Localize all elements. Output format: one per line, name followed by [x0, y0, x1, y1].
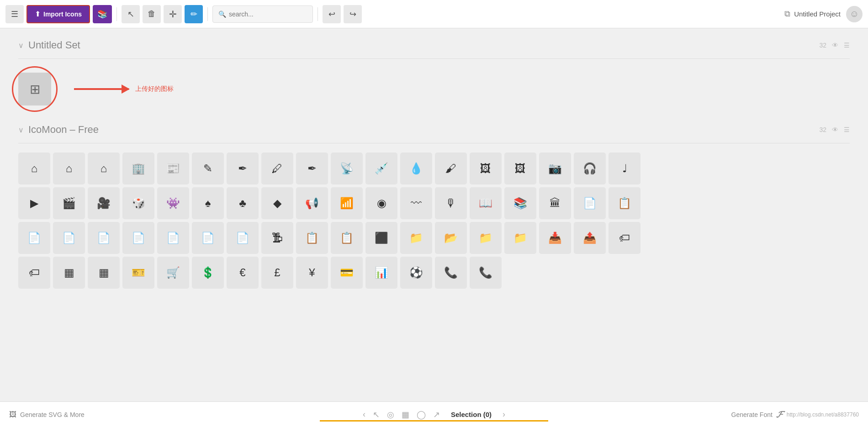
icon-cell-24[interactable]: ♣ [227, 187, 259, 219]
icon-cell-31[interactable]: 📖 [470, 187, 502, 219]
icon-cell-10[interactable]: 💉 [365, 153, 397, 185]
icon-cell-56[interactable]: ▦ [88, 257, 120, 289]
icon-cell-16[interactable]: 🎧 [574, 153, 606, 185]
icon-cell-44[interactable]: 📋 [296, 222, 328, 254]
menu-button[interactable]: ☰ [5, 5, 24, 23]
undo-button[interactable]: ↩ [323, 5, 341, 23]
main-content: ∨ Untitled Set 32 👁 ☰ ⊞ 上传好的图标 ∨ IcoMoon… [0, 28, 868, 401]
icon-cell-35[interactable]: 📋 [609, 187, 640, 219]
icon-cell-22[interactable]: 👾 [157, 187, 189, 219]
icon-cell-26[interactable]: 📢 [296, 187, 328, 219]
redo-icon: ↪ [349, 9, 356, 19]
icon-cell-14[interactable]: 🖼 [504, 153, 536, 185]
icon-cell-63[interactable]: 💳 [331, 257, 363, 289]
import-icons-button[interactable]: ⬆ Import Icons [26, 5, 90, 23]
icon-cell-37[interactable]: 📄 [53, 222, 85, 254]
icon-cell-54[interactable]: 🏷 [18, 257, 50, 289]
import-icon: ⬆ [35, 10, 41, 18]
icon-cell-51[interactable]: 📥 [539, 222, 571, 254]
icon-cell-49[interactable]: 📁 [470, 222, 502, 254]
library-icon: 📚 [97, 9, 107, 19]
icon-cell-0[interactable]: ⌂ [18, 153, 50, 185]
icon-cell-47[interactable]: 📁 [400, 222, 432, 254]
icon-cell-59[interactable]: 💲 [192, 257, 224, 289]
icon-cell-1[interactable]: ⌂ [53, 153, 85, 185]
section-header-untitled-set: ∨ Untitled Set 32 👁 ☰ [18, 39, 850, 51]
annotation-text: 上传好的图标 [135, 85, 174, 93]
icon-cell-3[interactable]: 🏢 [122, 153, 154, 185]
menu-icon-icomoon[interactable]: ☰ [844, 126, 850, 133]
icon-cell-32[interactable]: 📚 [504, 187, 536, 219]
icon-cell-61[interactable]: £ [261, 257, 293, 289]
menu-icon-untitled[interactable]: ☰ [844, 42, 850, 49]
icon-cell-48[interactable]: 📂 [435, 222, 467, 254]
icon-cell-4[interactable]: 📰 [157, 153, 189, 185]
icon-cell-36[interactable]: 📄 [18, 222, 50, 254]
move-button[interactable]: ✛ [164, 5, 182, 23]
icon-cell-11[interactable]: 💧 [400, 153, 432, 185]
trash-icon: 🗑 [148, 9, 156, 19]
icon-cell-25[interactable]: ◆ [261, 187, 293, 219]
icon-cell-29[interactable]: 〰 [400, 187, 432, 219]
icon-cell-55[interactable]: ▦ [53, 257, 85, 289]
icon-cell-62[interactable]: ¥ [296, 257, 328, 289]
chevron-icon-untitled: ∨ [18, 41, 24, 50]
redo-button[interactable]: ↪ [344, 5, 362, 23]
eye-icon-icomoon[interactable]: 👁 [832, 126, 838, 133]
delete-button[interactable]: 🗑 [143, 5, 161, 23]
icon-cell-50[interactable]: 📁 [504, 222, 536, 254]
icon-cell-64[interactable]: 📊 [365, 257, 397, 289]
icon-cell-34[interactable]: 📄 [574, 187, 606, 219]
icon-cell-9[interactable]: 📡 [331, 153, 363, 185]
icon-cell-7[interactable]: 🖊 [261, 153, 293, 185]
icon-cell-8[interactable]: ✒ [296, 153, 328, 185]
import-label: Import Icons [43, 11, 82, 18]
icon-cell-18[interactable]: ▶ [18, 187, 50, 219]
avatar-icon: ☺ [850, 9, 859, 19]
icon-cell-23[interactable]: ♠ [192, 187, 224, 219]
icon-cell-6[interactable]: ✒ [227, 153, 259, 185]
icon-cell-20[interactable]: 🎥 [88, 187, 120, 219]
icon-cell-57[interactable]: 🎫 [122, 257, 154, 289]
icon-cell-28[interactable]: ◉ [365, 187, 397, 219]
icon-cell-12[interactable]: 🖌 [435, 153, 467, 185]
icon-cell-41[interactable]: 📄 [192, 222, 224, 254]
search-input[interactable] [229, 11, 307, 18]
icon-cell-30[interactable]: 🎙 [435, 187, 467, 219]
icon-cell-17[interactable]: ♩ [609, 153, 640, 185]
icon-cell-5[interactable]: ✎ [192, 153, 224, 185]
icon-cell-27[interactable]: 📶 [331, 187, 363, 219]
icon-cell-58[interactable]: 🛒 [157, 257, 189, 289]
section-meta-icomoon: 32 👁 ☰ [819, 126, 850, 133]
icon-cell-42[interactable]: 📄 [227, 222, 259, 254]
icon-cell-33[interactable]: 🏛 [539, 187, 571, 219]
circle-annotation [12, 66, 58, 112]
icon-cell-39[interactable]: 📄 [122, 222, 154, 254]
icon-cell-53[interactable]: 🏷 [609, 222, 640, 254]
icon-cell-65[interactable]: ⚽ [400, 257, 432, 289]
icon-cell-60[interactable]: € [227, 257, 259, 289]
icon-cell-38[interactable]: 📄 [88, 222, 120, 254]
icon-cell-66[interactable]: 📞 [435, 257, 467, 289]
section-divider-icomoon [18, 143, 850, 143]
icon-cell-52[interactable]: 📤 [574, 222, 606, 254]
avatar[interactable]: ☺ [846, 6, 863, 22]
eye-icon-untitled[interactable]: 👁 [832, 42, 838, 49]
menu-icon: ☰ [11, 9, 18, 19]
icon-cell-45[interactable]: 📋 [331, 222, 363, 254]
icon-cell-13[interactable]: 🖼 [470, 153, 502, 185]
icon-cell-19[interactable]: 🎬 [53, 187, 85, 219]
icon-cell-21[interactable]: 🎲 [122, 187, 154, 219]
cursor-icon: ↖ [127, 9, 134, 19]
edit-button[interactable]: ✏ [185, 5, 203, 23]
icon-cell-43[interactable]: 🗜 [261, 222, 293, 254]
move-icon: ✛ [169, 9, 177, 20]
select-button[interactable]: ↖ [122, 5, 140, 23]
arrow-annotation: 上传好的图标 [74, 85, 174, 93]
library-button[interactable]: 📚 [93, 5, 112, 23]
icon-cell-67[interactable]: 📞 [470, 257, 502, 289]
icon-cell-15[interactable]: 📷 [539, 153, 571, 185]
icon-cell-40[interactable]: 📄 [157, 222, 189, 254]
icon-cell-2[interactable]: ⌂ [88, 153, 120, 185]
icon-cell-46[interactable]: ⬛ [365, 222, 397, 254]
